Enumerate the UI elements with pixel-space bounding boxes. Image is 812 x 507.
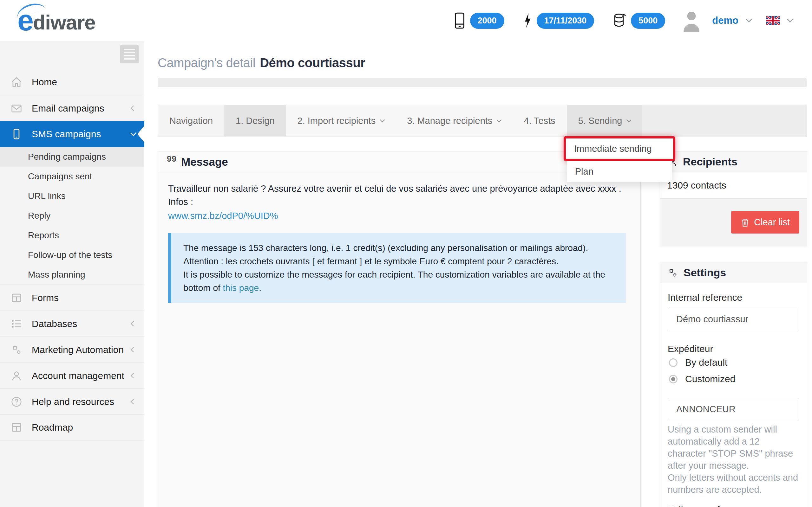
recipients-count: 1309 contacts	[660, 172, 807, 199]
chevron-left-icon	[131, 347, 136, 352]
info-line-2: Attention : les crochets ouvrants [ et f…	[183, 255, 614, 268]
menu-item-plan[interactable]: Plan	[567, 161, 672, 182]
sidebar-item-campaigns-sent[interactable]: Campaigns sent	[0, 167, 144, 186]
sidebar-item-label: Databases	[32, 319, 77, 329]
home-icon	[10, 76, 23, 89]
uk-flag-icon	[766, 16, 780, 25]
sidebar-item-follow-up-tests[interactable]: Follow-up of the tests	[0, 245, 144, 265]
tab-manage-recipients[interactable]: 3. Manage recipients	[396, 105, 512, 136]
database-icon	[612, 12, 626, 29]
recipients-panel-title: Recipients	[683, 156, 738, 168]
sender-label: Expéditeur	[668, 343, 799, 354]
sidebar-item-url-links[interactable]: URL links	[0, 186, 144, 206]
sidebar-item-reply[interactable]: Reply	[0, 206, 144, 226]
radio-by-default-label: By default	[685, 357, 727, 368]
sidebar-item-label: SMS campaigns	[32, 129, 101, 139]
expiry-badge[interactable]: 17/11/2030	[523, 12, 595, 29]
chevron-left-icon	[131, 373, 136, 378]
sender-name-input[interactable]	[668, 398, 799, 420]
sidebar-item-label: URL links	[28, 191, 66, 201]
chevron-down-icon	[787, 16, 793, 22]
sms-tracking-link[interactable]: www.smz.bz/odP0/%UID%	[168, 209, 278, 222]
menu-item-immediate-sending[interactable]: Immediate sending	[566, 138, 673, 159]
tab-label: Navigation	[169, 116, 213, 126]
username: demo	[712, 15, 739, 26]
question-icon	[10, 395, 23, 408]
db-credits-value: 5000	[631, 13, 665, 29]
sidebar-item-label: Account management	[32, 371, 124, 381]
hamburger-menu-button[interactable]	[120, 45, 139, 63]
tab-design[interactable]: 1. Design	[224, 105, 286, 136]
recipients-panel: Recipients 1309 contacts Clear list	[660, 151, 807, 246]
radio-customized[interactable]: Customized	[669, 371, 799, 387]
clear-list-button[interactable]: Clear list	[731, 211, 799, 233]
gears-icon	[10, 343, 23, 356]
person-icon	[10, 370, 23, 382]
sidebar-item-account-management[interactable]: Account management	[0, 362, 144, 389]
expiry-date-value: 17/11/2030	[537, 13, 595, 29]
message-panel-title: Message	[181, 156, 228, 168]
chevron-left-icon	[131, 105, 136, 111]
sidebar-item-roadmap[interactable]: Roadmap	[0, 414, 144, 441]
db-credits-badge[interactable]: 5000	[612, 12, 665, 29]
page-title: Campaign's detail Démo courtiassur	[158, 56, 807, 70]
language-selector[interactable]	[766, 16, 792, 25]
sidebar: Home Email campaigns SMS campaigns Pendi…	[0, 41, 144, 507]
settings-panel-title: Settings	[683, 267, 726, 279]
radio-customized-label: Customized	[685, 374, 735, 384]
trash-icon	[741, 218, 750, 227]
top-header: e diware 2000 17/11/2030	[0, 0, 812, 41]
sms-credits-value: 2000	[470, 13, 504, 29]
tab-label: 2. Import recipients	[298, 116, 376, 126]
radio-circle-checked-icon	[669, 375, 677, 383]
tab-sending[interactable]: 5. Sending Immediate sending Plan	[567, 105, 642, 136]
ediware-logo[interactable]: e diware	[17, 9, 96, 32]
clear-list-label: Clear list	[754, 217, 790, 228]
settings-panel: Settings Internal reference Expéditeur B…	[660, 262, 807, 507]
sidebar-item-label: Email campaigns	[32, 103, 104, 114]
sidebar-item-help-resources[interactable]: Help and resources	[0, 389, 144, 414]
mobile-icon	[454, 12, 466, 29]
sender-help-line-2: Only letters without accents and numbers…	[668, 471, 799, 496]
campaign-step-tabs: Navigation 1. Design 2. Import recipient…	[158, 105, 807, 136]
sidebar-item-sms-campaigns[interactable]: SMS campaigns	[0, 121, 144, 147]
info-line-3-period: .	[259, 283, 261, 293]
sidebar-item-marketing-automation[interactable]: Marketing Automation	[0, 337, 144, 362]
sidebar-item-label: Follow-up of the tests	[28, 250, 112, 260]
sidebar-item-pending-campaigns[interactable]: Pending campaigns	[0, 147, 144, 167]
sidebar-item-label: Reply	[28, 211, 51, 221]
sender-help-line-1: Using a custom sender will automatically…	[668, 424, 799, 471]
logo-text: diware	[33, 13, 96, 32]
tab-navigation[interactable]: Navigation	[158, 105, 224, 136]
avatar	[680, 9, 703, 33]
sidebar-item-label: Help and resources	[32, 396, 114, 407]
sidebar-item-forms[interactable]: Forms	[0, 285, 144, 311]
progress-bar	[158, 78, 807, 87]
list-icon	[10, 318, 23, 330]
follow-up-label-cutoff: Follow-up of	[668, 504, 799, 507]
chevron-down-icon	[746, 16, 752, 22]
sidebar-item-email-campaigns[interactable]: Email campaigns	[0, 95, 144, 121]
tab-tests[interactable]: 4. Tests	[512, 105, 566, 136]
user-menu[interactable]: demo	[680, 9, 751, 33]
sidebar-item-label: Marketing Automation	[32, 344, 124, 355]
main-content: Campaign's detail Démo courtiassur Navig…	[144, 41, 812, 507]
sidebar-item-databases[interactable]: Databases	[0, 311, 144, 337]
gears-icon	[667, 267, 678, 279]
sidebar-item-mass-planning[interactable]: Mass planning	[0, 265, 144, 285]
sms-credits-badge[interactable]: 2000	[454, 12, 504, 29]
tab-import-recipients[interactable]: 2. Import recipients	[286, 105, 396, 136]
sidebar-item-label: Mass planning	[28, 270, 85, 280]
tabbar-filler	[642, 105, 806, 136]
radio-by-default[interactable]: By default	[669, 354, 799, 371]
chevron-down-icon	[626, 117, 631, 122]
message-info-box: The message is 153 characters long, i.e.…	[168, 233, 626, 303]
sidebar-item-reports[interactable]: Reports	[0, 226, 144, 245]
sidebar-item-home[interactable]: Home	[0, 69, 144, 95]
internal-reference-input[interactable]	[668, 308, 799, 330]
this-page-link[interactable]: this page	[223, 283, 259, 293]
table-icon	[10, 421, 23, 434]
sending-dropdown-menu: Immediate sending Plan	[567, 136, 672, 182]
page-title-prefix: Campaign's detail	[158, 56, 255, 70]
chevron-left-icon	[131, 399, 136, 404]
